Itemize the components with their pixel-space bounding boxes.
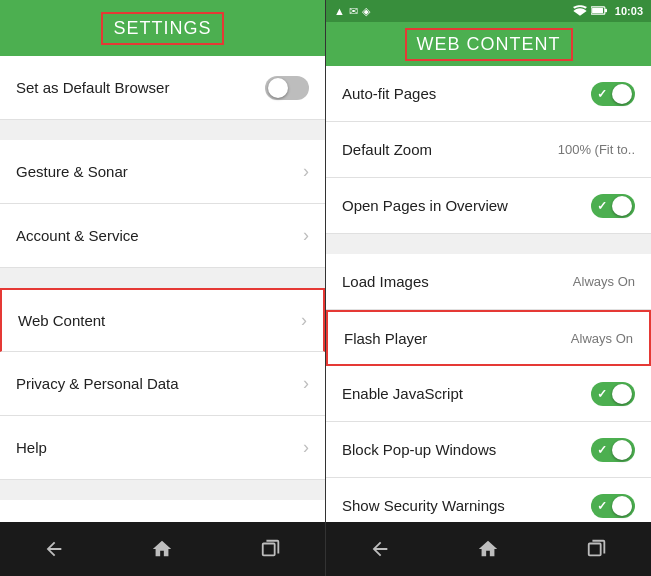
open-pages-toggle[interactable]: ✓ bbox=[591, 194, 635, 218]
chevron-icon: › bbox=[303, 437, 309, 458]
account-label: Account & Service bbox=[16, 227, 139, 244]
settings-item-block-popup[interactable]: Block Pop-up Windows ✓ bbox=[326, 422, 651, 478]
svg-rect-2 bbox=[605, 8, 607, 12]
security-label: Show Security Warnings bbox=[342, 497, 505, 514]
divider-right-1 bbox=[326, 234, 651, 254]
battery-icon bbox=[591, 5, 607, 18]
status-bar: ▲ ✉ ◈ 10:03 bbox=[326, 0, 651, 22]
settings-item-privacy[interactable]: Privacy & Personal Data › bbox=[0, 352, 325, 416]
sync-icon: ◈ bbox=[362, 5, 370, 18]
settings-item-web-content[interactable]: Web Content › bbox=[0, 288, 325, 352]
toggle-knob bbox=[612, 196, 632, 216]
toggle-knob bbox=[612, 384, 632, 404]
chevron-icon: › bbox=[301, 310, 307, 331]
enable-js-label: Enable JavaScript bbox=[342, 385, 463, 402]
settings-header: SETTINGS bbox=[0, 0, 325, 56]
settings-item-enable-js[interactable]: Enable JavaScript ✓ bbox=[326, 366, 651, 422]
recent-apps-icon-right[interactable] bbox=[586, 538, 608, 560]
default-browser-toggle[interactable] bbox=[265, 76, 309, 100]
chevron-icon: › bbox=[303, 225, 309, 246]
help-label: Help bbox=[16, 439, 47, 456]
settings-item-auto-fit[interactable]: Auto-fit Pages ✓ bbox=[326, 66, 651, 122]
settings-item-lab[interactable]: Lab › bbox=[0, 500, 325, 522]
block-popup-toggle[interactable]: ✓ bbox=[591, 438, 635, 462]
left-nav-bar bbox=[0, 522, 325, 576]
email-icon: ✉ bbox=[349, 5, 358, 18]
default-browser-label: Set as Default Browser bbox=[16, 79, 169, 96]
settings-title: SETTINGS bbox=[101, 12, 223, 45]
wifi-icon bbox=[573, 5, 587, 18]
back-icon-right[interactable] bbox=[369, 538, 391, 560]
chevron-icon: › bbox=[303, 373, 309, 394]
divider-1 bbox=[0, 120, 325, 140]
divider-2 bbox=[0, 268, 325, 288]
default-zoom-value: 100% (Fit to.. bbox=[558, 142, 635, 157]
notification-icon: ▲ bbox=[334, 5, 345, 17]
web-content-panel: ▲ ✉ ◈ 10:03 WEB CONTENT Auto-fit Pages ✓… bbox=[325, 0, 651, 576]
recent-apps-icon[interactable] bbox=[260, 538, 282, 560]
settings-item-flash-player[interactable]: Flash Player Always On bbox=[326, 310, 651, 366]
web-content-label: Web Content bbox=[18, 312, 105, 329]
status-time: 10:03 bbox=[615, 5, 643, 17]
flash-player-label: Flash Player bbox=[344, 330, 427, 347]
enable-js-toggle[interactable]: ✓ bbox=[591, 382, 635, 406]
web-content-title: WEB CONTENT bbox=[405, 28, 573, 61]
settings-list: Set as Default Browser Gesture & Sonar ›… bbox=[0, 56, 325, 522]
open-pages-label: Open Pages in Overview bbox=[342, 197, 508, 214]
auto-fit-label: Auto-fit Pages bbox=[342, 85, 436, 102]
privacy-label: Privacy & Personal Data bbox=[16, 375, 179, 392]
toggle-knob bbox=[268, 78, 288, 98]
back-icon[interactable] bbox=[43, 538, 65, 560]
svg-rect-3 bbox=[592, 7, 603, 12]
default-zoom-label: Default Zoom bbox=[342, 141, 432, 158]
settings-item-default-browser[interactable]: Set as Default Browser bbox=[0, 56, 325, 120]
settings-item-load-images[interactable]: Load Images Always On bbox=[326, 254, 651, 310]
auto-fit-toggle[interactable]: ✓ bbox=[591, 82, 635, 106]
settings-item-default-zoom[interactable]: Default Zoom 100% (Fit to.. bbox=[326, 122, 651, 178]
chevron-icon: › bbox=[303, 161, 309, 182]
load-images-label: Load Images bbox=[342, 273, 429, 290]
settings-item-account[interactable]: Account & Service › bbox=[0, 204, 325, 268]
gesture-label: Gesture & Sonar bbox=[16, 163, 128, 180]
home-icon-right[interactable] bbox=[477, 538, 499, 560]
settings-item-open-pages[interactable]: Open Pages in Overview ✓ bbox=[326, 178, 651, 234]
toggle-knob bbox=[612, 440, 632, 460]
toggle-knob bbox=[612, 84, 632, 104]
settings-item-help[interactable]: Help › bbox=[0, 416, 325, 480]
settings-panel: SETTINGS Set as Default Browser Gesture … bbox=[0, 0, 325, 576]
divider-3 bbox=[0, 480, 325, 500]
home-icon[interactable] bbox=[151, 538, 173, 560]
settings-item-gesture[interactable]: Gesture & Sonar › bbox=[0, 140, 325, 204]
right-nav-bar bbox=[326, 522, 651, 576]
load-images-value: Always On bbox=[573, 274, 635, 289]
web-content-header: WEB CONTENT bbox=[326, 22, 651, 66]
block-popup-label: Block Pop-up Windows bbox=[342, 441, 496, 458]
security-toggle[interactable]: ✓ bbox=[591, 494, 635, 518]
svg-rect-4 bbox=[589, 544, 601, 556]
settings-item-security[interactable]: Show Security Warnings ✓ bbox=[326, 478, 651, 522]
toggle-knob bbox=[612, 496, 632, 516]
flash-player-value: Always On bbox=[571, 331, 633, 346]
web-content-list: Auto-fit Pages ✓ Default Zoom 100% (Fit … bbox=[326, 66, 651, 522]
svg-rect-0 bbox=[263, 544, 275, 556]
